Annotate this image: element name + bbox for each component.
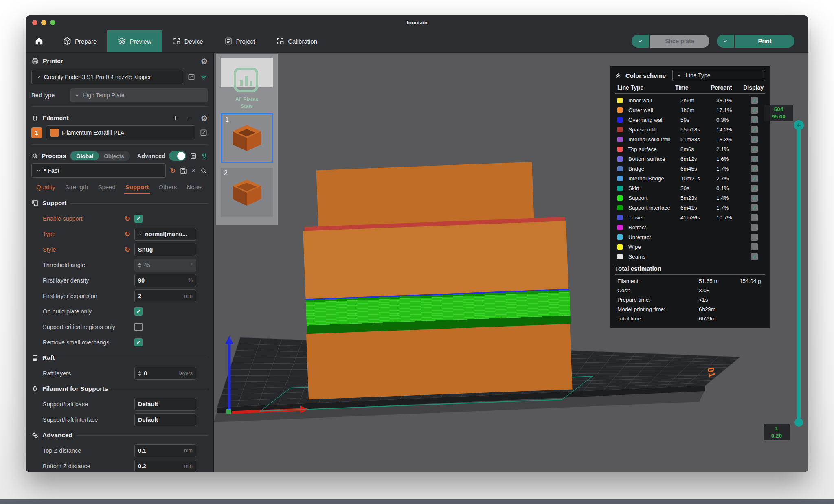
setting-row: Enable support↻✓ [31,211,208,226]
select-field[interactable]: Default [134,413,196,426]
tab-project[interactable]: Project [214,30,266,52]
preset-reset-icon[interactable]: ↻ [170,167,176,174]
line-type-swatch [617,107,623,113]
tab-preview[interactable]: Preview [107,30,162,52]
param-tab-strength[interactable]: Strength [61,181,92,195]
display-checkbox[interactable] [751,243,758,250]
param-list-icon[interactable] [190,152,197,160]
param-tab-notes[interactable]: Notes [182,181,206,195]
spinner-arrows[interactable] [138,371,141,376]
display-checkbox[interactable]: ✓ [751,116,758,123]
sliced-model[interactable] [300,161,573,400]
line-type-swatch [617,166,623,171]
print-button[interactable]: Print [735,35,794,48]
display-checkbox[interactable]: ✓ [751,107,758,114]
checkbox[interactable]: ✓ [134,215,143,223]
edit-icon[interactable] [187,73,195,81]
scope-objects[interactable]: Objects [99,153,129,159]
checkbox[interactable]: ✓ [134,338,143,346]
filament-select[interactable]: Filamentum Extrafill PLA [46,125,195,140]
all-plates-stats-card[interactable]: All PlatesStats [221,58,273,107]
bed-type-value: High Temp Plate [83,92,124,99]
checkbox[interactable] [134,323,143,331]
checkbox[interactable]: ✓ [134,307,143,316]
display-checkbox[interactable] [751,224,758,231]
display-checkbox[interactable]: ✓ [751,165,758,172]
preset-select[interactable]: * Fast [31,163,166,178]
display-checkbox[interactable]: ✓ [751,253,758,260]
chevron-down-icon [36,75,41,79]
input-field[interactable]: 0layers [134,367,196,380]
tab-prepare[interactable]: Prepare [53,30,107,52]
reset-icon[interactable]: ↻ [125,231,130,238]
select-field[interactable]: Default [134,398,196,411]
setting-row: Remove small overhangs✓ [31,335,208,350]
input-field[interactable]: 2mm [134,289,196,302]
filament-settings-gear-icon[interactable]: ⚙ [201,114,208,122]
layer-slider-top-handle[interactable]: + [794,120,804,130]
clear-icon[interactable]: × [191,167,196,174]
home-button[interactable] [26,30,53,52]
printer-select[interactable]: Creality Ender-3 S1 Pro 0.4 nozzle Klipp… [31,70,183,84]
display-checkbox[interactable]: ✓ [751,156,758,162]
tab-device[interactable]: Device [162,30,214,52]
legend-row: Bridge6m45s1.7%✓ [615,164,765,173]
add-filament-icon[interactable] [171,114,179,122]
display-checkbox[interactable] [751,214,758,221]
spool-icon [31,114,39,122]
main-navbar: Prepare Preview Device Project Calibrati… [26,30,808,53]
param-tab-others[interactable]: Others [154,181,181,195]
print-dropdown-button[interactable] [717,35,734,48]
display-checkbox[interactable]: ✓ [751,204,758,211]
slice-plate-button[interactable]: Slice plate [650,35,709,48]
display-checkbox[interactable]: ✓ [751,195,758,202]
chevron-down-icon [75,93,79,98]
tab-calibration[interactable]: Calibration [266,30,328,52]
display-checkbox[interactable] [751,234,758,241]
plate-thumbnail-2[interactable]: 2 [221,168,273,217]
display-checkbox[interactable]: ✓ [751,97,758,104]
process-scope-toggle[interactable]: Global Objects [70,151,130,161]
remove-filament-icon[interactable] [186,114,193,122]
select-field[interactable]: Snug [134,243,196,256]
save-icon[interactable] [180,167,187,175]
layer-slider-bottom-handle[interactable] [794,418,803,427]
param-tab-speed[interactable]: Speed [94,181,119,195]
input-field[interactable]: 0.2mm [134,460,196,472]
layer-slider-track[interactable] [797,125,801,423]
display-checkbox[interactable]: ✓ [751,146,758,153]
param-tab-support[interactable]: Support [121,181,153,195]
line-type-select[interactable]: Line Type [672,70,765,81]
search-icon[interactable] [200,167,208,175]
collapse-icon[interactable] [615,72,621,79]
display-checkbox[interactable]: ✓ [751,185,758,192]
printer-settings-gear-icon[interactable]: ⚙ [201,57,208,65]
edit-icon[interactable] [200,129,208,137]
spinner-arrows[interactable] [138,263,141,268]
print-split-button: Print [717,35,794,48]
reset-icon[interactable]: ↻ [125,246,130,253]
input-field[interactable]: 0.1mm [134,444,196,457]
param-tab-quality[interactable]: Quality [32,181,59,195]
slice-dropdown-button[interactable] [632,35,649,48]
display-checkbox[interactable]: ✓ [751,175,758,182]
input-field[interactable]: 45° [134,259,196,272]
reset-icon[interactable]: ↻ [125,215,130,222]
advanced-icon [31,432,39,439]
param-compare-icon[interactable] [201,152,208,160]
legend-row: Skirt30s0.1%✓ [615,183,765,193]
home-icon [35,37,44,46]
display-checkbox[interactable]: ✓ [751,136,758,143]
advanced-toggle[interactable] [169,151,186,161]
input-field[interactable]: 90% [134,274,196,287]
select-field[interactable]: normal(manu... [134,228,196,241]
plate-thumbnail-1[interactable]: 1 [221,113,273,163]
viewport-3d[interactable]: CREALITY 01 [214,53,808,472]
legend-row: Top surface8m6s2.1%✓ [615,144,765,154]
scope-global[interactable]: Global [70,151,99,160]
display-checkbox[interactable]: ✓ [751,126,758,133]
plate1-model-icon [229,123,264,153]
line-type-swatch [617,234,623,240]
bed-type-select[interactable]: High Temp Plate [70,88,208,102]
layers-mini-icon[interactable] [786,471,794,472]
